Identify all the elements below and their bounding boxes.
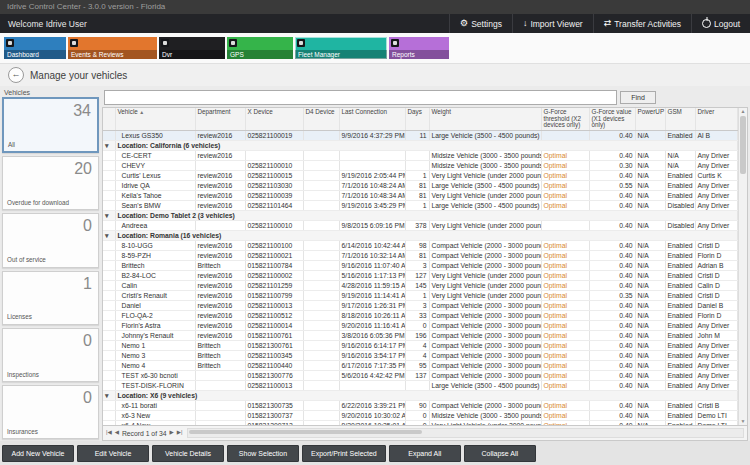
vehicle-row[interactable]: x6-11 borati0158213007356/22/2016 3:39:2… [103, 400, 737, 410]
cell-last-connection: 9/16/2016 6:14:17 PM [339, 340, 405, 350]
column-header-last-connection[interactable]: Last Connection [339, 108, 405, 130]
vehicle-row[interactable]: B2-84-LOCreview20160258211000025/16/2016… [103, 270, 737, 280]
vehicle-row[interactable]: Nemo 4Brittech0258211004406/17/2016 7:17… [103, 360, 737, 370]
cell-gforce-value: 0.40 [589, 270, 635, 280]
column-header-weight[interactable]: Weight [429, 108, 541, 130]
column-header-gforce-value[interactable]: G-Force value (X1 devices only) [589, 108, 635, 130]
tab-dashboard[interactable]: Dashboard [4, 37, 66, 59]
group-row[interactable]: ▾Location: Romania (16 vehicles) [103, 230, 737, 240]
vehicle-row[interactable]: Cristi's Renaultreview20160158211007999/… [103, 290, 737, 300]
collapse-group-icon[interactable]: ▾ [105, 232, 109, 239]
column-header-powerup[interactable]: PowerUP [635, 108, 665, 130]
horizontal-scrollbar[interactable] [187, 428, 744, 438]
vehicle-row[interactable]: x6-3 New0158213007379/20/2016 10:30:02 A… [103, 410, 737, 420]
cell-x-device: 015821300735 [245, 400, 303, 410]
tab-events-reviews[interactable]: Events & Reviews [68, 37, 157, 59]
vehicle-row[interactable]: Calinreview20160258211012594/28/2016 11:… [103, 280, 737, 290]
expand-all-button[interactable]: Expand All [389, 445, 461, 462]
vehicle-filter-inspections[interactable]: 0Inspections [2, 328, 99, 382]
cell-days: 137 [405, 370, 429, 380]
vehicle-row[interactable]: Andreea0258211000109/8/2015 6:09:16 PM37… [103, 220, 737, 230]
vehicle-details-button[interactable]: Vehicle Details [152, 445, 224, 462]
vehicle-row[interactable]: TEST x6-30 bcnoti0158213007765/6/2016 4:… [103, 370, 737, 380]
show-selection-button[interactable]: Show Selection [227, 445, 299, 462]
vehicle-filter-out-of-service[interactable]: 0Out of service [2, 213, 99, 267]
settings-button[interactable]: ⚙Settings [449, 14, 512, 33]
cell-vehicle: CE-CERT [115, 150, 195, 160]
vehicle-row[interactable]: TEST-DISK-FLORIN025821100013Large Vehicl… [103, 380, 737, 390]
back-button[interactable]: ← [8, 67, 24, 83]
prev-record-button[interactable]: ◀ [115, 430, 119, 436]
export-print-selected-button[interactable]: Export/Print Selected [302, 445, 386, 462]
group-row[interactable]: ▾Location: California (6 vehicles) [103, 140, 737, 150]
column-header-vehicle[interactable]: Vehicle ▲ [115, 108, 195, 130]
vehicle-row[interactable]: Sean's BMWreview20160258211014649/19/201… [103, 200, 737, 210]
vehicle-row[interactable]: Keila's Tahoereview20160258211000397/1/2… [103, 190, 737, 200]
scroll-up-icon[interactable]: ▲ [741, 109, 746, 114]
tab-fleet-manager[interactable]: Fleet Manager [295, 37, 387, 59]
vehicle-row[interactable]: BrittechBrittech0158211007849/16/2016 11… [103, 260, 737, 270]
add-new-vehicle-button[interactable]: Add New Vehicle [2, 445, 74, 462]
tab-dvr[interactable]: Dvr [159, 37, 225, 59]
vehicle-row[interactable]: CHEVY025821100010Midsize Vehicle (3000 -… [103, 160, 737, 170]
vehicle-row[interactable]: Idrive QAreview20160258211030307/1/2016 … [103, 180, 737, 190]
column-header-days[interactable]: Days [405, 108, 429, 130]
vehicle-row[interactable]: Johnny's Renaultreview20160158211007613/… [103, 330, 737, 340]
expand-cell [103, 180, 115, 190]
search-input[interactable] [104, 90, 617, 105]
vehicle-filter-licenses[interactable]: 1Licenses [2, 271, 99, 325]
column-header-department[interactable]: Department [195, 108, 245, 130]
cell-gforce-value: 0.40 [589, 400, 635, 410]
collapse-group-icon[interactable]: ▾ [105, 142, 109, 149]
vehicle-row[interactable]: 8-10-UGGreview20160258211001006/14/2016 … [103, 240, 737, 250]
filter-label: Licenses [7, 313, 96, 320]
cell-d4-device [303, 260, 339, 270]
vehicle-filter-insurances[interactable]: 0Insurances [2, 385, 99, 439]
logout-button[interactable]: Logout [691, 14, 750, 33]
tab-gps[interactable]: GPS [227, 37, 293, 59]
transfer-activities-button[interactable]: ⇄Transfer Activities [593, 14, 691, 33]
vehicle-filter-overdue-for-download[interactable]: 20Overdue for download [2, 156, 99, 210]
vehicle-row[interactable]: Florin's Astrareview20160258211000149/20… [103, 320, 737, 330]
vehicle-row[interactable]: CE-CERTreview2016Midsize Vehicle (3000 -… [103, 150, 737, 160]
hscroll-thumb[interactable] [189, 430, 422, 434]
cell-powerup: N/A [635, 340, 665, 350]
filter-count: 0 [83, 217, 92, 235]
scroll-down-icon[interactable]: ▼ [741, 419, 746, 424]
vehicle-row[interactable]: Curtis' Lexusreview20160258211000159/19/… [103, 170, 737, 180]
vehicle-row[interactable]: 8-59-PZHreview20160258211000217/1/2016 1… [103, 250, 737, 260]
group-row[interactable]: ▾Location: Demo Tablet 2 (3 vehicles) [103, 210, 737, 220]
vehicle-row[interactable]: FLO-QA-2review20160258211005128/18/2016 … [103, 310, 737, 320]
vehicle-row[interactable]: Lexus GS350review20160258211000199/9/201… [103, 130, 737, 140]
find-button[interactable]: Find [620, 91, 656, 104]
group-row[interactable]: ▾Location: X6 (9 vehicles) [103, 390, 737, 400]
collapse-group-icon[interactable]: ▾ [105, 212, 109, 219]
vehicle-row[interactable]: Nemo 3Brittech0258211003459/16/2016 3:54… [103, 350, 737, 360]
column-header-d4-device[interactable]: D4 Device [303, 108, 339, 130]
column-header-driver[interactable]: Driver [695, 108, 737, 130]
column-header-gforce-threshold[interactable]: G-Force threshold (X2 devices only) [541, 108, 589, 130]
import-viewer-button[interactable]: ↓Import Viewer [512, 14, 593, 33]
last-record-button[interactable]: ▶| [177, 430, 183, 436]
vehicle-filter-all[interactable]: 34All [2, 97, 99, 153]
collapse-all-button[interactable]: Collapse All [464, 445, 536, 462]
first-record-button[interactable]: |◀ [106, 430, 112, 436]
vehicle-row[interactable]: Nemo 1Brittech0158213007619/16/2016 6:14… [103, 340, 737, 350]
next-record-button[interactable]: ▶ [170, 430, 174, 436]
vscroll-thumb[interactable] [740, 116, 746, 174]
vertical-scrollbar[interactable]: ▲ ▼ [738, 108, 747, 425]
cell-gsm: Enabled [665, 350, 695, 360]
edit-vehicle-button[interactable]: Edit Vehicle [77, 445, 149, 462]
vehicle-row[interactable]: x6-4 New0158213007139/20/2016 10:25:01 A… [103, 420, 737, 425]
column-header-x-device[interactable]: X Device [245, 108, 303, 130]
cell-last-connection: 9/9/2016 4:37:29 PM [339, 130, 405, 140]
main-panel: Find Vehicle ▲DepartmentX DeviceD4 Devic… [102, 88, 748, 441]
cell-last-connection [339, 380, 405, 390]
cell-x-device: 015821300737 [245, 410, 303, 420]
tab-reports[interactable]: Reports [389, 37, 449, 59]
cell-gforce-value: 0.40 [589, 410, 635, 420]
vehicle-row[interactable]: Danielreview20160258211000139/17/2016 1:… [103, 300, 737, 310]
cell-x-device: 025821101259 [245, 280, 303, 290]
collapse-group-icon[interactable]: ▾ [105, 392, 109, 399]
column-header-gsm[interactable]: GSM [665, 108, 695, 130]
